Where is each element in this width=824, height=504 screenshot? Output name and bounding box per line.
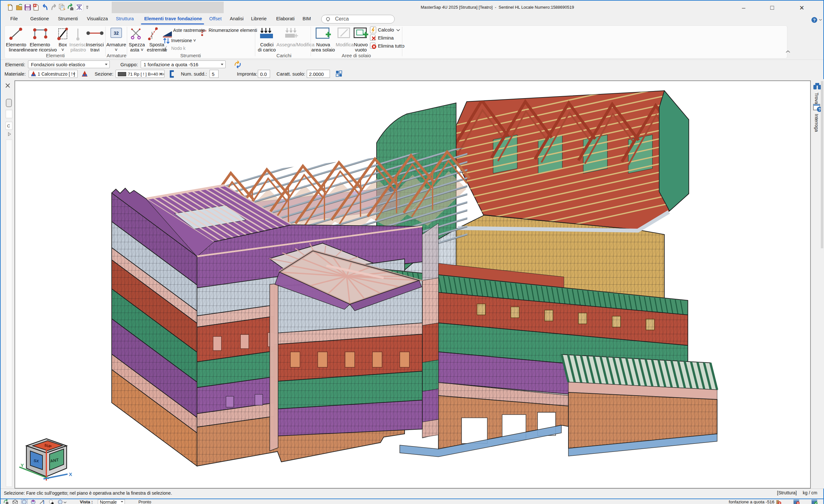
- svg-text:X: X: [69, 472, 72, 477]
- svg-text:?: ?: [813, 18, 816, 22]
- svg-text:Calcolo: Calcolo: [378, 27, 394, 32]
- svg-text:Elimina tutto: Elimina tutto: [378, 43, 405, 48]
- svg-text:32: 32: [114, 30, 119, 36]
- svg-text:Elimina: Elimina: [378, 35, 394, 40]
- svg-text:?: ?: [818, 107, 820, 112]
- svg-text:SX: SX: [33, 458, 39, 464]
- svg-text:C: C: [7, 124, 10, 128]
- svg-text:Y: Y: [21, 463, 24, 468]
